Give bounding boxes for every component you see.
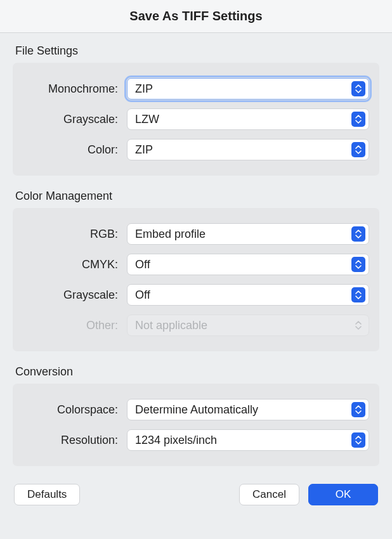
updown-icon <box>351 287 365 302</box>
rgb-select-wrap: Embed profile <box>127 223 369 245</box>
monochrome-value: ZIP <box>135 82 153 96</box>
other-label: Other: <box>13 319 127 332</box>
cm-grayscale-label: Grayscale: <box>13 289 127 302</box>
cmyk-row: CMYK: Off <box>13 251 369 278</box>
color-row: Color: ZIP <box>13 136 369 163</box>
file-settings-panel: Monochrome: ZIP Grayscale: LZW <box>13 63 379 176</box>
other-select: Not applicable <box>127 315 369 336</box>
color-management-title: Color Management <box>13 190 379 203</box>
updown-icon <box>351 257 365 272</box>
title-bar: Save As TIFF Settings <box>0 0 392 33</box>
updown-icon <box>351 142 365 157</box>
updown-icon <box>351 318 365 333</box>
other-value: Not applicable <box>135 319 207 332</box>
other-select-wrap: Not applicable <box>127 315 369 336</box>
other-row: Other: Not applicable <box>13 312 369 339</box>
cm-grayscale-value: Off <box>135 289 150 302</box>
updown-icon <box>351 402 365 417</box>
monochrome-label: Monochrome: <box>13 82 127 96</box>
cmyk-value: Off <box>135 258 150 271</box>
colorspace-value: Determine Automatically <box>135 403 258 417</box>
color-label: Color: <box>13 143 127 157</box>
cmyk-select-wrap: Off <box>127 254 369 275</box>
updown-icon <box>351 81 365 96</box>
grayscale-select-wrap: LZW <box>127 108 369 130</box>
grayscale-row: Grayscale: LZW <box>13 106 369 133</box>
resolution-row: Resolution: 1234 pixels/inch <box>13 427 369 453</box>
color-value: ZIP <box>135 143 153 157</box>
file-settings-section: File Settings Monochrome: ZIP Grayscale: <box>13 44 379 176</box>
resolution-select[interactable]: 1234 pixels/inch <box>127 429 369 451</box>
colorspace-select-wrap: Determine Automatically <box>127 399 369 420</box>
grayscale-select[interactable]: LZW <box>127 108 369 130</box>
cancel-button[interactable]: Cancel <box>239 484 299 505</box>
monochrome-select-wrap: ZIP <box>127 78 369 100</box>
monochrome-row: Monochrome: ZIP <box>13 75 369 102</box>
monochrome-select[interactable]: ZIP <box>127 78 369 100</box>
cmyk-label: CMYK: <box>13 258 127 271</box>
rgb-row: RGB: Embed profile <box>13 221 369 247</box>
colorspace-select[interactable]: Determine Automatically <box>127 399 369 420</box>
rgb-select[interactable]: Embed profile <box>127 223 369 245</box>
footer: Defaults Cancel OK <box>0 480 392 505</box>
updown-icon <box>351 432 365 448</box>
cmyk-select[interactable]: Off <box>127 254 369 275</box>
rgb-label: RGB: <box>13 228 127 241</box>
updown-icon <box>351 226 365 242</box>
resolution-label: Resolution: <box>13 434 127 447</box>
colorspace-label: Colorspace: <box>13 403 127 417</box>
resolution-select-wrap: 1234 pixels/inch <box>127 429 369 451</box>
cm-grayscale-row: Grayscale: Off <box>13 282 369 308</box>
rgb-value: Embed profile <box>135 228 206 241</box>
ok-button[interactable]: OK <box>308 484 378 505</box>
conversion-panel: Colorspace: Determine Automatically Reso… <box>13 384 379 466</box>
resolution-value: 1234 pixels/inch <box>135 434 217 447</box>
color-select-wrap: ZIP <box>127 139 369 160</box>
dialog-title: Save As TIFF Settings <box>0 9 392 23</box>
conversion-section: Conversion Colorspace: Determine Automat… <box>13 365 379 466</box>
color-select[interactable]: ZIP <box>127 139 369 160</box>
grayscale-value: LZW <box>135 113 159 126</box>
grayscale-label: Grayscale: <box>13 113 127 126</box>
color-management-panel: RGB: Embed profile CMYK: Off <box>13 208 379 351</box>
defaults-button[interactable]: Defaults <box>14 484 80 505</box>
updown-icon <box>351 112 365 127</box>
cm-grayscale-select-wrap: Off <box>127 284 369 306</box>
content: File Settings Monochrome: ZIP Grayscale: <box>0 33 392 466</box>
colorspace-row: Colorspace: Determine Automatically <box>13 396 369 423</box>
color-management-section: Color Management RGB: Embed profile CMYK… <box>13 190 379 351</box>
conversion-title: Conversion <box>13 365 379 379</box>
file-settings-title: File Settings <box>13 44 379 58</box>
cm-grayscale-select[interactable]: Off <box>127 284 369 306</box>
